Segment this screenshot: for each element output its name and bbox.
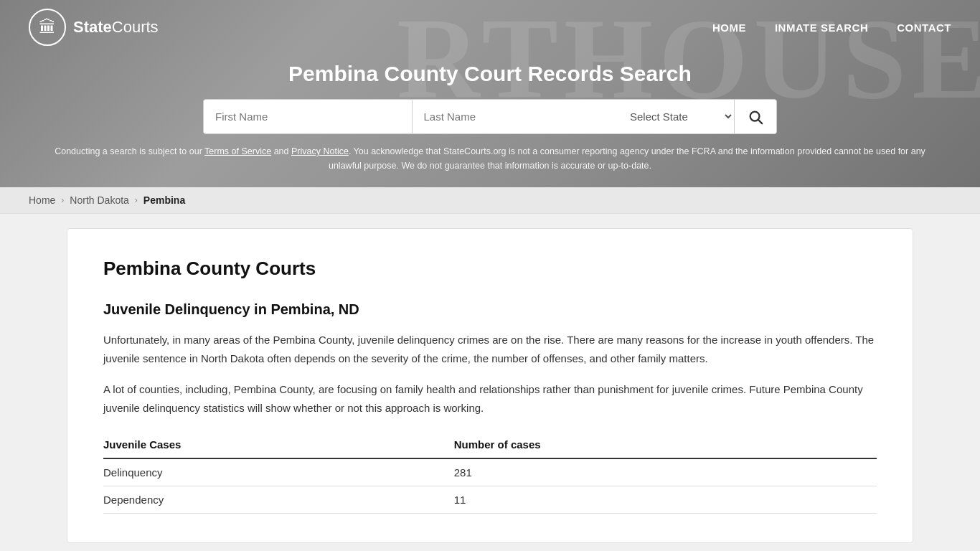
site-logo[interactable]: 🏛 StateCourts [29,9,159,46]
state-select[interactable]: Select State Alabama Alaska Arizona Nort… [620,100,735,133]
disclaimer-text: Conducting a search is subject to our Te… [0,134,980,187]
search-icon [748,109,763,125]
header-content: Pembina County Court Records Search Sele… [0,55,980,134]
nav-home[interactable]: HOME [712,22,746,34]
navigation: 🏛 StateCourts HOME INMATE SEARCH CONTACT [0,0,980,55]
terms-link[interactable]: Terms of Service [204,146,271,156]
first-name-input[interactable] [204,100,413,133]
col-header-cases: Juvenile Cases [103,431,440,458]
paragraph-2: A lot of counties, including, Pembina Co… [103,380,877,417]
search-bar: Select State Alabama Alaska Arizona Nort… [203,99,777,134]
breadcrumb-sep-2: › [135,195,138,205]
breadcrumb-state[interactable]: North Dakota [70,194,128,206]
case-count: 281 [440,458,877,486]
juvenile-cases-table: Juvenile Cases Number of cases Delinquen… [103,431,877,514]
case-type: Dependency [103,486,440,514]
county-title: Pembina County Courts [103,258,877,280]
breadcrumb-county: Pembina [143,194,185,206]
page-title: Pembina County Court Records Search [288,62,692,86]
search-button[interactable] [735,100,776,133]
case-count: 11 [440,486,877,514]
section-title: Juvenile Delinquency in Pembina, ND [103,301,877,318]
breadcrumb-sep-1: › [61,195,64,205]
table-row: Dependency 11 [103,486,877,514]
nav-links: HOME INMATE SEARCH CONTACT [712,22,951,34]
case-type: Delinquency [103,458,440,486]
last-name-input[interactable] [413,100,621,133]
breadcrumb-home[interactable]: Home [29,194,55,206]
page-wrapper: Pembina County Courts Juvenile Delinquen… [0,214,980,551]
table-row: Delinquency 281 [103,458,877,486]
content-card: Pembina County Courts Juvenile Delinquen… [67,228,913,543]
col-header-count: Number of cases [440,431,877,458]
logo-icon: 🏛 [29,9,66,46]
paragraph-1: Unfortunately, in many areas of the Pemb… [103,331,877,367]
logo-text: StateCourts [73,18,159,37]
nav-contact[interactable]: CONTACT [897,22,951,34]
breadcrumb: Home › North Dakota › Pembina [0,187,980,214]
privacy-link[interactable]: Privacy Notice [291,146,349,156]
svg-line-1 [758,120,762,123]
nav-inmate-search[interactable]: INMATE SEARCH [775,22,868,34]
